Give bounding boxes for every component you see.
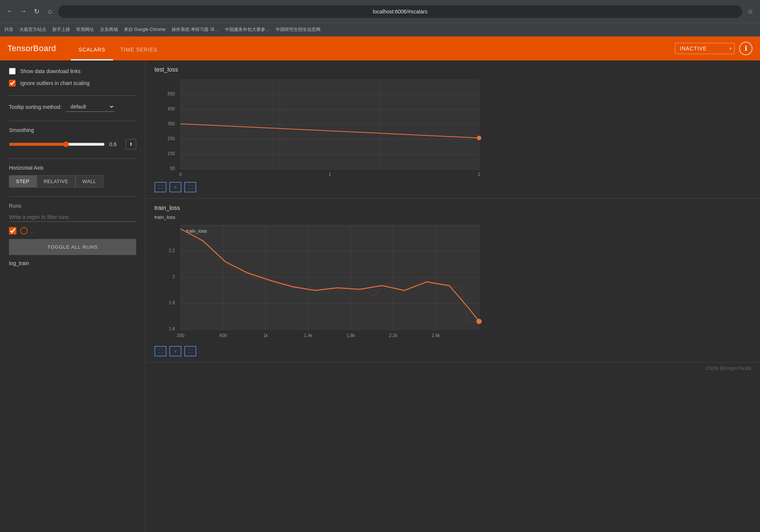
train-loss-data-button[interactable]: ≡	[169, 346, 181, 356]
svg-text:600: 600	[219, 333, 227, 338]
log-train-label: log_train	[9, 260, 136, 266]
status-select[interactable]: INACTIVE	[675, 43, 735, 54]
test-loss-data-button[interactable]: ≡	[169, 182, 181, 192]
ignore-outliers-label: Ignore outliers in chart scaling	[20, 80, 90, 86]
footer-credit: CSDN @Knight.Panda	[146, 363, 760, 374]
run-circle-icon	[20, 227, 28, 234]
toggle-all-runs-button[interactable]: TOGGLE ALL RUNS	[9, 239, 136, 255]
svg-text:50: 50	[170, 166, 175, 171]
tooltip-sorting-select[interactable]: default	[66, 102, 115, 112]
smoothing-stepper[interactable]: ⬍	[126, 139, 136, 149]
svg-text:1.8: 1.8	[169, 300, 175, 305]
svg-text:150: 150	[168, 151, 175, 156]
test-loss-fit-button[interactable]: ⛶	[184, 182, 196, 192]
divider-3	[9, 158, 136, 159]
browser-chrome: ← → ↻ ⌂ ☆	[0, 0, 760, 23]
content-area: test_loss	[146, 60, 760, 532]
tab-scalars[interactable]: SCALARS	[71, 47, 113, 60]
address-bar[interactable]	[58, 5, 742, 18]
header-right: INACTIVE ℹ	[675, 42, 753, 55]
test-loss-section: test_loss	[146, 60, 760, 199]
show-data-links-label: Show data download links	[20, 68, 81, 74]
ignore-outliers-checkbox[interactable]	[9, 80, 16, 86]
train-loss-section: train_loss train_loss	[146, 199, 760, 363]
axis-step-button[interactable]: STEP	[9, 175, 37, 188]
tooltip-row: Tooltip sorting method: default	[9, 102, 136, 112]
main-layout: Show data download links Ignore outliers…	[0, 60, 760, 532]
svg-text:train_loss: train_loss	[186, 228, 207, 234]
svg-text:1.8k: 1.8k	[347, 333, 356, 338]
nav-tabs: SCALARS TIME SERIES	[71, 37, 165, 60]
home-button[interactable]: ⌂	[45, 6, 55, 17]
svg-text:2.2k: 2.2k	[389, 333, 398, 338]
divider-2	[9, 121, 136, 121]
svg-text:2: 2	[172, 274, 175, 279]
run-row: .	[9, 227, 136, 234]
show-data-links-row: Show data download links	[9, 68, 136, 75]
svg-text:0: 0	[179, 172, 182, 177]
bookmark-common[interactable]: 常用网址	[76, 26, 94, 33]
filter-runs-input[interactable]	[9, 213, 136, 222]
train-loss-title: train_loss	[146, 199, 760, 214]
svg-text:200: 200	[177, 333, 184, 338]
forward-button[interactable]: →	[18, 6, 28, 17]
test-loss-title: test_loss	[146, 60, 760, 76]
train-loss-chart-actions: ⛶ ≡ ⛶	[154, 344, 751, 359]
axis-buttons: STEP RELATIVE WALL	[9, 175, 136, 188]
bookmark-button[interactable]: ☆	[745, 6, 756, 17]
svg-text:1.6: 1.6	[169, 326, 175, 331]
bookmark-firefox[interactable]: 火狐官方站点	[19, 26, 46, 33]
horizontal-axis-section: Horizontal Axis STEP RELATIVE WALL	[9, 165, 136, 188]
tooltip-sorting-label: Tooltip sorting method:	[9, 104, 62, 110]
bookmarks-bar: 抖音 火狐官方站点 新手上路 常用网址 京东商城 来自 Google Chrom…	[0, 23, 760, 37]
svg-text:1k: 1k	[263, 333, 269, 338]
test-loss-chart-actions: ⛶ ≡ ⛶	[154, 180, 751, 195]
bookmark-outsource[interactable]: 中国服务外包大赛参…	[225, 26, 270, 33]
train-loss-inner-title: train_loss	[154, 214, 751, 220]
train-loss-chart-container: train_loss	[146, 214, 760, 362]
divider-4	[9, 196, 136, 197]
bookmark-chrome[interactable]: 来自 Google Chrome	[124, 26, 166, 33]
reload-button[interactable]: ↻	[31, 6, 42, 17]
bookmark-douyin[interactable]: 抖音	[4, 26, 13, 33]
smoothing-value: 0.6	[109, 141, 121, 147]
svg-text:350: 350	[168, 121, 175, 126]
bookmark-newuser[interactable]: 新手上路	[52, 26, 70, 33]
show-data-links-checkbox[interactable]	[9, 68, 16, 75]
display-options: Show data download links Ignore outliers…	[9, 68, 136, 86]
horizontal-axis-label: Horizontal Axis	[9, 165, 136, 171]
app-header: TensorBoard SCALARS TIME SERIES INACTIVE…	[0, 37, 760, 60]
svg-text:2: 2	[478, 172, 481, 177]
svg-point-51	[476, 319, 482, 324]
svg-text:2.6k: 2.6k	[432, 333, 441, 338]
run-checkbox[interactable]	[9, 227, 16, 234]
tooltip-section: Tooltip sorting method: default	[9, 102, 136, 112]
info-button[interactable]: ℹ	[739, 42, 753, 55]
svg-text:2.2: 2.2	[169, 248, 175, 253]
train-loss-expand-button[interactable]: ⛶	[154, 346, 166, 356]
test-loss-expand-button[interactable]: ⛶	[154, 182, 166, 192]
bookmark-jd[interactable]: 京东商城	[100, 26, 118, 33]
train-loss-chart: 2.2 2 1.8 1.6 200 600 1k 1.4k 1.8k 2.2k …	[154, 221, 490, 344]
svg-text:550: 550	[168, 91, 175, 97]
test-loss-chart: 550 450 350 250 150 50 0 1 2	[154, 76, 490, 180]
svg-point-24	[477, 136, 481, 140]
divider-1	[9, 95, 136, 96]
smoothing-slider[interactable]	[9, 141, 105, 147]
tab-time-series[interactable]: TIME SERIES	[113, 47, 165, 60]
svg-text:450: 450	[168, 106, 175, 111]
svg-text:1.4k: 1.4k	[304, 333, 313, 338]
svg-text:250: 250	[168, 136, 175, 141]
train-loss-fit-button[interactable]: ⛶	[184, 346, 196, 356]
axis-wall-button[interactable]: WALL	[75, 175, 103, 188]
sidebar: Show data download links Ignore outliers…	[0, 60, 146, 532]
runs-section: Runs . TOGGLE ALL RUNS log_train	[9, 203, 136, 266]
bookmark-graduate[interactable]: 中国研究生招生信息网	[276, 26, 320, 33]
runs-label: Runs	[9, 203, 136, 209]
svg-text:1: 1	[329, 172, 331, 177]
smoothing-row: 0.6 ⬍	[9, 139, 136, 149]
run-dot-label: .	[31, 228, 33, 234]
back-button[interactable]: ←	[4, 6, 15, 17]
bookmark-os[interactable]: 操作系统 考研习题 详…	[172, 26, 219, 33]
axis-relative-button[interactable]: RELATIVE	[37, 175, 75, 188]
